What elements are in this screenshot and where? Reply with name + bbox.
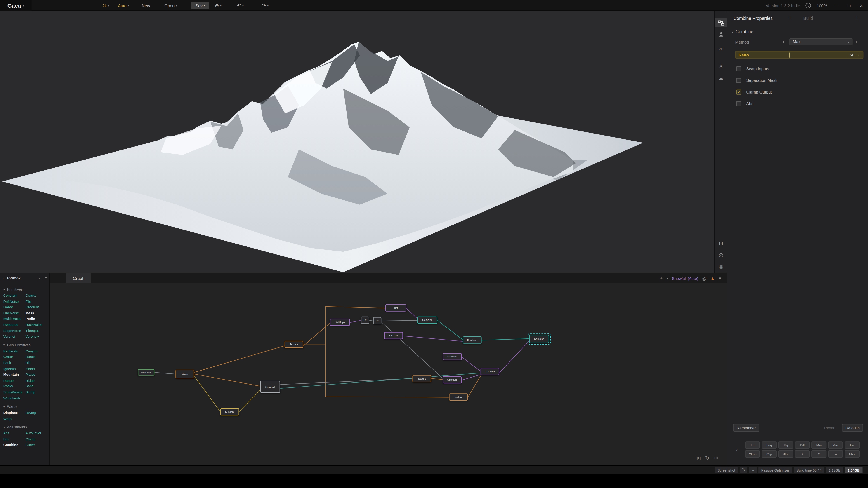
quick-button-eq[interactable]: Eq bbox=[778, 442, 793, 449]
toolbox-item-autolevel[interactable]: AutoLevel bbox=[26, 431, 50, 436]
grid-icon[interactable]: ▦ bbox=[715, 262, 727, 271]
toolbox-item-rocky[interactable]: Rocky bbox=[3, 384, 26, 390]
toolbox-item-perlin[interactable]: Perlin bbox=[26, 316, 50, 322]
zoom-level[interactable]: 100% bbox=[817, 3, 827, 8]
method-prev-icon[interactable]: ‹ bbox=[783, 39, 784, 44]
quick-button-item[interactable]: ∿ bbox=[828, 450, 843, 457]
toolbox-item-curve[interactable]: Curve bbox=[26, 442, 50, 448]
open-button[interactable]: Open ▾ bbox=[164, 0, 177, 11]
revert-button[interactable]: Revert bbox=[820, 424, 840, 431]
quick-button-diff[interactable]: Diff bbox=[795, 442, 810, 449]
save-button[interactable]: Save bbox=[191, 0, 209, 11]
quick-button-min[interactable]: Min bbox=[811, 442, 827, 449]
toolbox-item-island[interactable]: Island bbox=[26, 366, 50, 372]
minimize-icon[interactable]: — bbox=[833, 3, 840, 8]
quick-button-msk[interactable]: Msk bbox=[845, 450, 860, 457]
toolbox-section-warps[interactable]: ▾Warps bbox=[0, 403, 50, 410]
toolbox-item-file[interactable]: File bbox=[26, 298, 50, 304]
toolbox-item-slump[interactable]: Slump bbox=[26, 390, 50, 395]
cloud-icon[interactable]: ☁ bbox=[715, 74, 727, 83]
toolbox-item-gabor[interactable]: Gabor bbox=[3, 304, 26, 310]
compass-icon[interactable]: ◎ bbox=[715, 251, 727, 259]
add-button[interactable]: ⊕ ▾ bbox=[215, 0, 221, 11]
toolbox-item-badlands[interactable]: Badlands bbox=[3, 348, 26, 354]
toolbox-item-resource[interactable]: Resource bbox=[3, 322, 26, 328]
panel-view-icon[interactable]: ▭ bbox=[39, 276, 42, 281]
quick-button-inv[interactable]: Inv bbox=[845, 442, 860, 449]
graph-node-tint[interactable]: Tint bbox=[385, 304, 406, 312]
graph-node-fx[interactable]: Fx bbox=[373, 317, 381, 324]
graph-context-label[interactable]: Snowfall (Auto) bbox=[672, 276, 698, 280]
skip-icon[interactable]: » bbox=[749, 467, 757, 473]
help-icon[interactable]: ? bbox=[806, 3, 811, 8]
checkbox-unchecked-icon[interactable] bbox=[736, 78, 741, 83]
toolbox-item-abs[interactable]: Abs bbox=[3, 431, 26, 436]
tab-graph[interactable]: Graph bbox=[66, 273, 91, 283]
screenshot-button[interactable]: Screenshot bbox=[715, 467, 738, 473]
add-node-icon[interactable]: + bbox=[660, 276, 662, 281]
toolbox-item-dunes[interactable]: Dunes bbox=[26, 354, 50, 360]
avatar-icon[interactable] bbox=[715, 30, 727, 39]
method-next-icon[interactable]: › bbox=[856, 39, 857, 44]
fit-view-icon[interactable]: ⊞ bbox=[697, 455, 701, 461]
maximize-icon[interactable]: □ bbox=[846, 3, 852, 8]
quick-button-max[interactable]: Max bbox=[828, 442, 843, 449]
sun-icon[interactable]: ☀ bbox=[715, 62, 727, 71]
graph-node-satmaps[interactable]: SatMaps bbox=[443, 376, 462, 383]
flame-icon[interactable]: ▲ bbox=[710, 276, 715, 281]
graph-node-mountain[interactable]: Mountain bbox=[138, 369, 154, 376]
method-dropdown[interactable]: Max ▾ bbox=[789, 38, 852, 45]
toolbox-item-gradient[interactable]: Gradient bbox=[26, 304, 50, 310]
refresh-icon[interactable]: ↻ bbox=[705, 455, 709, 461]
cut-icon[interactable]: ✂ bbox=[714, 455, 718, 461]
ratio-value[interactable]: 50 bbox=[850, 52, 854, 57]
toolbox-item-fault[interactable]: Fault bbox=[3, 360, 26, 366]
toolbox-section-geo-primitives[interactable]: ▾Geo Primitives bbox=[0, 341, 50, 348]
node-graph-view-icon[interactable] bbox=[715, 18, 727, 27]
ratio-field[interactable]: Ratio 50 % bbox=[735, 51, 864, 59]
toolbox-item-worldlands[interactable]: Worldlands bbox=[3, 395, 26, 401]
optimizer-status[interactable]: Passive Optimizer bbox=[758, 467, 792, 473]
frame-icon[interactable]: ⊡ bbox=[715, 239, 727, 248]
checkbox-separation-mask[interactable]: Separation Mask bbox=[736, 75, 858, 86]
toolbox-item-blur[interactable]: Blur bbox=[3, 436, 26, 442]
app-menu-button[interactable]: Gaea ▾ bbox=[0, 0, 32, 11]
quick-button-item[interactable]: ⊘ bbox=[811, 450, 827, 457]
graph-node-combine[interactable]: Combine bbox=[480, 368, 499, 375]
toolbox-item-mask[interactable]: Mask bbox=[26, 310, 50, 316]
graph-node-texture[interactable]: Texture bbox=[449, 393, 468, 400]
menu-icon[interactable]: ≡ bbox=[719, 276, 721, 281]
toolbox-item-multifractal[interactable]: MultiFractal bbox=[3, 316, 26, 322]
graph-node-combine[interactable]: Combine bbox=[463, 336, 482, 344]
toolbox-item-clamp[interactable]: Clamp bbox=[26, 436, 50, 442]
toolbox-item-sand[interactable]: Sand bbox=[26, 384, 50, 390]
new-button[interactable]: New bbox=[142, 0, 150, 11]
toolbox-item-shinywaves[interactable]: ShinyWaves bbox=[3, 390, 26, 395]
toolbox-section-adjustments[interactable]: ▾Adjustments bbox=[0, 423, 50, 431]
checkbox-unchecked-icon[interactable] bbox=[736, 66, 741, 71]
toolbox-item-cracks[interactable]: Cracks bbox=[26, 293, 50, 299]
menu-icon[interactable]: ≡ bbox=[788, 15, 791, 21]
menu-icon[interactable]: ≡ bbox=[45, 276, 47, 280]
checkbox-unchecked-icon[interactable] bbox=[736, 101, 741, 106]
toolbox-item-crater[interactable]: Crater bbox=[3, 354, 26, 360]
graph-node-fx[interactable]: Fx bbox=[361, 317, 369, 324]
toolbox-item-range[interactable]: Range bbox=[3, 378, 26, 384]
quick-button-blur[interactable]: Blur bbox=[778, 450, 793, 457]
graph-node-satmaps[interactable]: SatMaps bbox=[443, 353, 462, 360]
graph-node-satmaps[interactable]: SatMaps bbox=[330, 319, 350, 326]
toolbox-item-voronoi[interactable]: Voronoi+ bbox=[26, 334, 50, 339]
checkbox-checked-icon[interactable]: ✔ bbox=[736, 90, 741, 95]
toolbox-item-combine[interactable]: Combine bbox=[3, 442, 26, 448]
graph-node-warp[interactable]: Warp bbox=[176, 369, 194, 379]
quick-expander-icon[interactable]: › bbox=[736, 447, 738, 452]
toolbox-item-ridge[interactable]: Ridge bbox=[26, 378, 50, 384]
close-icon[interactable]: ✕ bbox=[858, 3, 865, 8]
graph-node-combine[interactable]: Combine bbox=[529, 335, 549, 343]
terrain-3d-viewport[interactable] bbox=[0, 11, 714, 273]
view-2d-button[interactable]: 2D bbox=[715, 44, 727, 53]
toolbox-item-driftnoise[interactable]: DriftNoise bbox=[3, 298, 26, 304]
quick-button-clip[interactable]: Clip bbox=[762, 450, 777, 457]
undo-button[interactable]: ↶ ▾ bbox=[237, 0, 244, 11]
graph-node-sunlight[interactable]: Sunlight bbox=[220, 408, 239, 416]
